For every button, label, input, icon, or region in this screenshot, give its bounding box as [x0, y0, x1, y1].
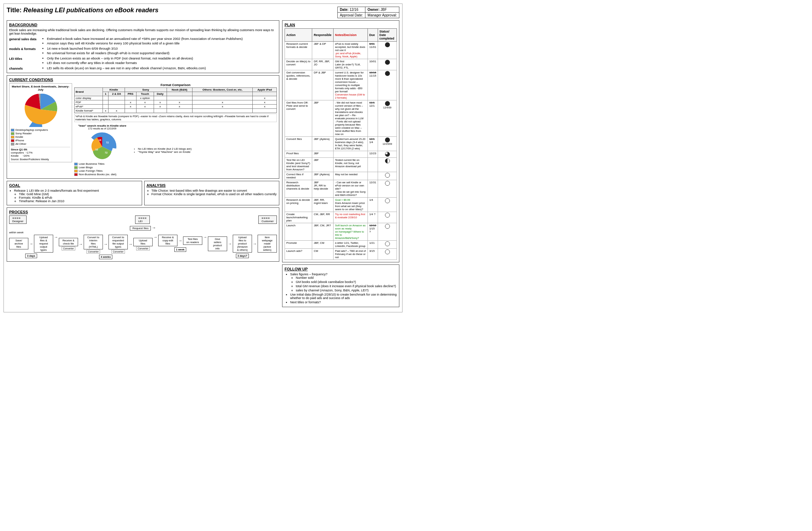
duration-4weeks: 4 weeks — [99, 255, 113, 259]
bg-label-3: channels — [9, 66, 41, 71]
status-2 — [385, 71, 390, 76]
plan-row-1: Decide on title(s) to convert DP, RR, JB… — [285, 59, 397, 70]
legend-color-0 — [11, 129, 14, 132]
ks-legend-0: Lean Business Titles — [74, 162, 130, 165]
cc-title: CURRENT CONDITIONS — [9, 78, 277, 82]
step-6: Uploadfiles — [133, 238, 153, 246]
plan-row-11: Launch JBF, CM, JR? Soft launch on Amazo… — [285, 223, 397, 241]
status-0 — [385, 42, 390, 47]
page-title: Title: Releasing LEI publications on eBo… — [7, 7, 159, 14]
owner-label: Owner: JBF — [365, 7, 399, 13]
status-12 — [385, 241, 390, 246]
designer-entity: ≋≋≋≋ Designer — [9, 215, 27, 224]
status-1 — [385, 60, 390, 65]
header-info-table: Date: 12/16 Owner: JBF Approval Date: Ma… — [337, 7, 399, 18]
plan-title: PLAN — [285, 23, 397, 27]
status-4 — [385, 137, 390, 142]
plan-row-8: Research distribution channels & decide … — [285, 180, 397, 198]
plan-table: Action Responsible Notes/Decision Due St… — [285, 28, 397, 260]
status-10 — [385, 213, 390, 218]
legend-item-4: All Other — [11, 142, 70, 146]
pie-chart — [11, 92, 70, 127]
plan-section: PLAN Action Responsible Notes/Decision D… — [282, 20, 399, 262]
cc-right: Format Comparison Brand Kindle Sony Nook… — [74, 83, 277, 176]
step-2: Uploadfiles &requestoutputtypes — [34, 235, 53, 253]
plan-col-due: Due — [368, 29, 378, 42]
background-grid: general sales data Estimated e-book sale… — [9, 37, 277, 71]
plan-row-10: Create launch/marketing plan CM, JBF, RR… — [285, 212, 397, 223]
within-week: within week — [9, 231, 277, 234]
right-column: PLAN Action Responsible Notes/Decision D… — [282, 20, 399, 307]
status-13 — [385, 249, 390, 254]
legend-color-1 — [11, 132, 14, 135]
plan-row-13: Launch ads? CM Paid ads? – TBD at end of… — [285, 249, 397, 260]
svg-text:10: 10 — [95, 148, 98, 151]
step-10: Uploadfiles toproduct(Amazon& others) — [233, 235, 252, 253]
ks-legend-1: Lean Blogs — [74, 166, 130, 169]
legend-item-0: Desktop/laptop computers — [11, 128, 70, 132]
ks-legend-3: Non-Business Books (ex. diet) — [74, 173, 130, 176]
plan-row-7: Correct files if needed JBF (Aptera) May… — [285, 172, 397, 180]
step-8: Test fileson readers — [183, 236, 202, 245]
step-9: Givesellersproductinfo — [208, 236, 227, 251]
group-1: Save/archivefiles → Uploadfiles &request… — [9, 235, 53, 258]
manager-label: Manager Approval: — [365, 13, 399, 18]
bg-content-3: LEI sells its ebook (eLex) on lean.org –… — [42, 66, 277, 71]
plan-row-5: Proof files JBF 12/23 — [285, 151, 397, 158]
plan-row-4: Convert files JBF (Aptera) Quoted turn-a… — [285, 137, 397, 151]
step-4: Convert toInterimfiles(HTML) — [84, 235, 103, 249]
status-3 — [385, 101, 390, 106]
legend-item-1: Sony Reader — [11, 132, 70, 135]
duration-3days: 3 days — [25, 254, 37, 258]
status-11 — [385, 224, 390, 229]
background-title: BACKGROUND — [9, 23, 277, 27]
group-3: Receive &copy-editfiles → Test fileson r… — [158, 235, 202, 252]
plan-row-2: Get conversion quotes, references, & dec… — [285, 70, 397, 100]
plan-col-action: Action — [285, 29, 312, 42]
svg-text:72: 72 — [106, 141, 109, 144]
plan-col-status: Status/ Date completed — [378, 29, 397, 42]
approval-label: Approval Date: — [337, 13, 365, 18]
format-title: Format Comparison — [74, 83, 277, 87]
legend-color-2 — [11, 136, 14, 139]
duration-3days2: 3 days? — [236, 254, 249, 258]
cc-left: Market Share, E-book Downloads, January-… — [9, 83, 72, 176]
legend-color-4 — [11, 143, 14, 146]
status-9 — [385, 198, 390, 203]
status-7 — [385, 173, 390, 178]
goal-list: Release 1 LEI title on 2-3 readers/forma… — [14, 189, 140, 203]
process-flow: Save/archivefiles → Uploadfiles &request… — [9, 235, 277, 259]
bg-label-0: general sales data — [9, 37, 41, 46]
status-5 — [385, 152, 390, 157]
step-1: Save/archivefiles — [9, 238, 28, 249]
title-prefix: Title: — [7, 7, 23, 14]
step-7: Receive &copy-editfiles — [158, 235, 177, 246]
plan-col-responsible: Responsible — [312, 29, 334, 42]
format-row-color: color display x option x — [75, 96, 277, 100]
followup-list: Sales figures – frequency? Number sold G… — [290, 272, 397, 304]
goal-section: GOAL Release 1 LEI title on 2-3 readers/… — [7, 181, 142, 205]
duration-1week: 1 week — [174, 247, 187, 252]
kindle-search: "lean" search results in Kindle store 17… — [74, 124, 277, 176]
process-title: PROCESS — [9, 210, 277, 214]
format-notes: *ePub & Kindle are flowable formats (com… — [74, 114, 277, 122]
plan-row-12: Promote JBF, CM e-letter 1/21, Twitter, … — [285, 241, 397, 249]
format-row-epub: ePub* xxx xxx — [75, 105, 277, 109]
since-box: Since Q1 09: computers ↑17% Kindle ↑20% … — [11, 147, 70, 161]
process-entities: ≋≋≋≋ Designer ≋≋≋≋ LEI ≋≋≋≋ Customer — [9, 215, 277, 224]
svg-text:18: 18 — [98, 139, 101, 142]
legend: Desktop/laptop computers Sony Reader Kin… — [11, 128, 70, 146]
background-intro: Ebook sales are increasing while traditi… — [9, 28, 277, 35]
status-6 — [385, 158, 390, 163]
customer-entity: ≋≋≋≋ Customer — [258, 215, 277, 224]
plan-row-6: Test file on LEI Kindle (and Sony?) and … — [285, 158, 397, 172]
kindle-search-bullets: No LEI titles on Kindle (but 2 LEI blogs… — [133, 147, 277, 154]
analysis-section: ANALYSIS Title Choice: test-based titles… — [144, 181, 280, 205]
step-3: Receive &check file — [59, 238, 78, 246]
legend-item-3: iPhone — [11, 139, 70, 142]
title-italic: Releasing LEI publications on eBook read… — [23, 7, 159, 14]
group-2: Receive &check file Converter → Convert … — [59, 235, 153, 259]
cc-inner: Market Share, E-book Downloads, January-… — [9, 83, 277, 176]
group-4: Givesellersproductinfo → Uploadfiles top… — [208, 235, 277, 258]
lei-entity: ≋≋≋≋ LEI — [135, 215, 150, 224]
